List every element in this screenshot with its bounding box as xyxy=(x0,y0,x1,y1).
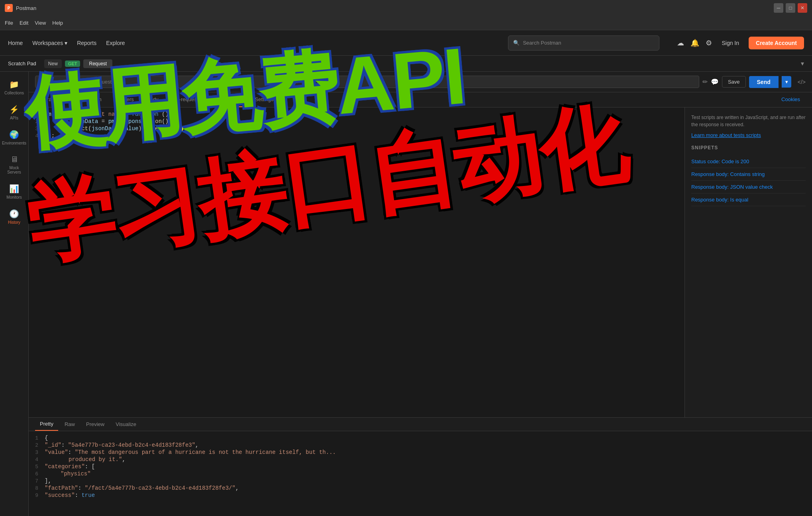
snippet-item-2[interactable]: Response body: Contains string xyxy=(691,168,806,181)
resp-tab-raw[interactable]: Raw xyxy=(60,418,80,430)
menu-help[interactable]: Help xyxy=(52,20,63,26)
nav-home[interactable]: Home xyxy=(8,40,23,46)
get-badge: GET xyxy=(65,61,80,67)
sidebar-label-mock-servers: Mock Servers xyxy=(3,166,25,174)
response-body: 1 { 2 "_id": "5a4e777b-ca23-4ebd-b2c4-e4… xyxy=(29,431,812,516)
cloud-icon[interactable]: ☁ xyxy=(677,39,684,47)
resp-line-6: 6 "physics" xyxy=(29,470,812,477)
workspaces-chevron-icon: ▾ xyxy=(65,40,67,46)
resp-tab-preview[interactable]: Preview xyxy=(81,418,109,430)
send-button[interactable]: Send xyxy=(749,76,779,88)
monitors-icon: 📊 xyxy=(9,184,19,194)
resp-line-3: 3 "value": "The most dangerous part of a… xyxy=(29,449,812,456)
sidebar-item-collections[interactable]: 📁 Collections xyxy=(2,76,27,98)
app-name: Postman xyxy=(16,5,36,11)
tab-tests[interactable]: Tests xyxy=(220,92,247,107)
response-area: Pretty Raw Preview Visualize 1 { 2 "_id"… xyxy=(29,417,812,516)
sidebar-label-environments: Environments xyxy=(2,141,26,145)
collections-icon: 📁 xyxy=(9,80,19,89)
code-icon[interactable]: </> xyxy=(798,79,806,85)
url-input[interactable] xyxy=(75,76,699,88)
apis-icon: ⚡ xyxy=(9,105,19,114)
sidebar-label-monitors: Monitors xyxy=(6,195,22,199)
tab-params[interactable]: Params xyxy=(35,92,64,107)
resp-line-7: 7 ], xyxy=(29,477,812,485)
code-line-4: 4 }); xyxy=(29,132,685,139)
topnav: Home Workspaces ▾ Reports Explore 🔍 Sear… xyxy=(0,30,812,56)
close-button[interactable]: ✕ xyxy=(798,3,807,13)
comment-icon[interactable]: 💬 xyxy=(711,78,719,86)
send-dropdown-button[interactable]: ▾ xyxy=(782,76,791,88)
sidebar-item-environments[interactable]: 🌍 Environments xyxy=(2,127,27,149)
code-line-1: 1 pm.test("Your test name", function () … xyxy=(29,111,685,118)
titlebar: P Postman ─ □ ✕ xyxy=(0,0,812,16)
method-dropdown[interactable]: GET POST PUT DELETE PATCH xyxy=(35,76,72,88)
bell-icon[interactable]: 🔔 xyxy=(690,39,699,47)
resp-tab-visualize[interactable]: Visualize xyxy=(111,418,141,430)
edit-icons: ✏ 💬 xyxy=(702,78,719,86)
tab-body[interactable]: Body xyxy=(141,92,164,107)
snippet-item-4[interactable]: Response body: Is equal xyxy=(691,194,806,206)
create-account-button[interactable]: Create Account xyxy=(749,37,804,49)
response-tabs: Pretty Raw Preview Visualize xyxy=(29,418,812,431)
code-line-2: 2 var jsonData = pm.response.json(); xyxy=(29,118,685,125)
resp-line-9: 9 "success": true xyxy=(29,492,812,499)
snippets-title: SNIPPETS xyxy=(691,145,806,150)
sidebar-label-history: History xyxy=(8,220,20,225)
menu-view[interactable]: View xyxy=(35,20,46,26)
sidebar-item-monitors[interactable]: 📊 Monitors xyxy=(2,181,27,203)
window-controls: ─ □ ✕ xyxy=(774,3,807,13)
menu-edit[interactable]: Edit xyxy=(20,20,28,26)
learn-link[interactable]: Learn more about tests scripts xyxy=(691,132,761,138)
pencil-icon[interactable]: ✏ xyxy=(702,78,708,86)
sidebar-item-history[interactable]: 🕐 History xyxy=(2,206,27,228)
request-panel: GET POST PUT DELETE PATCH ✏ 💬 Save Send … xyxy=(29,72,812,516)
menubar: File Edit View Help xyxy=(0,16,812,30)
sidebar-label-collections: Collections xyxy=(4,91,24,95)
nav-workspaces[interactable]: Workspaces ▾ xyxy=(32,40,67,46)
cookies-link[interactable]: Cookies xyxy=(776,92,806,107)
search-icon: 🔍 xyxy=(513,40,520,46)
environments-icon: 🌍 xyxy=(9,130,19,139)
resp-line-1: 1 { xyxy=(29,434,812,442)
sidebar: 📁 Collections ⚡ APIs 🌍 Environments 🖥 Mo… xyxy=(0,72,29,516)
req-tabs: Params Authorization Headers Body Pre-re… xyxy=(29,92,812,108)
snippet-item-1[interactable]: Status code: Code is 200 xyxy=(691,155,806,168)
nav-icons: ☁ 🔔 ⚙ xyxy=(677,39,712,47)
urlbar: GET POST PUT DELETE PATCH ✏ 💬 Save Send … xyxy=(29,72,812,92)
maximize-button[interactable]: □ xyxy=(786,3,795,13)
nav-reports[interactable]: Reports xyxy=(77,40,96,46)
tab-pre-request-script[interactable]: Pre-request Script xyxy=(165,92,218,107)
chevron-down-icon[interactable]: ▾ xyxy=(801,60,804,67)
snippets-info: Test scripts are written in JavaScript, … xyxy=(691,114,806,128)
tab-headers[interactable]: Headers xyxy=(109,92,139,107)
tab-settings[interactable]: Settings xyxy=(249,92,279,107)
snippets-panel: Test scripts are written in JavaScript, … xyxy=(685,108,812,417)
tabsrow: Scratch Pad New GET Request ▾ xyxy=(0,56,812,72)
scratch-pad-label: Scratch Pad xyxy=(8,61,36,66)
nav-explore[interactable]: Explore xyxy=(106,40,125,46)
app-icon: P xyxy=(5,4,13,12)
save-button[interactable]: Save xyxy=(722,76,746,88)
mock-servers-icon: 🖥 xyxy=(10,155,18,164)
snippet-item-3[interactable]: Response body: JSON value check xyxy=(691,181,806,194)
search-bar[interactable]: 🔍 Search Postman xyxy=(508,35,659,51)
resp-line-4: 4 produced by it.", xyxy=(29,456,812,463)
resp-tab-pretty[interactable]: Pretty xyxy=(35,418,58,431)
menu-file[interactable]: File xyxy=(5,20,13,26)
main-layout: 📁 Collections ⚡ APIs 🌍 Environments 🖥 Mo… xyxy=(0,72,812,516)
code-line-3: 3 pm.expect(jsonData.value).to.eql(100); xyxy=(29,125,685,132)
tab-request[interactable]: Request xyxy=(83,59,112,68)
history-icon: 🕐 xyxy=(9,209,19,219)
signin-button[interactable]: Sign In xyxy=(722,40,739,46)
resp-line-8: 8 "factPath": "/fact/5a4e777b-ca23-4ebd-… xyxy=(29,485,812,492)
settings-icon[interactable]: ⚙ xyxy=(706,39,712,47)
minimize-button[interactable]: ─ xyxy=(774,3,783,13)
sidebar-item-apis[interactable]: ⚡ APIs xyxy=(2,102,27,123)
sidebar-label-apis: APIs xyxy=(10,116,18,120)
editor-pane[interactable]: 1 pm.test("Your test name", function () … xyxy=(29,108,685,417)
tab-authorization[interactable]: Authorization xyxy=(66,92,107,107)
new-tab-button[interactable]: New xyxy=(44,59,62,68)
code-area: 1 pm.test("Your test name", function () … xyxy=(29,108,812,417)
sidebar-item-mock-servers[interactable]: 🖥 Mock Servers xyxy=(2,152,27,178)
